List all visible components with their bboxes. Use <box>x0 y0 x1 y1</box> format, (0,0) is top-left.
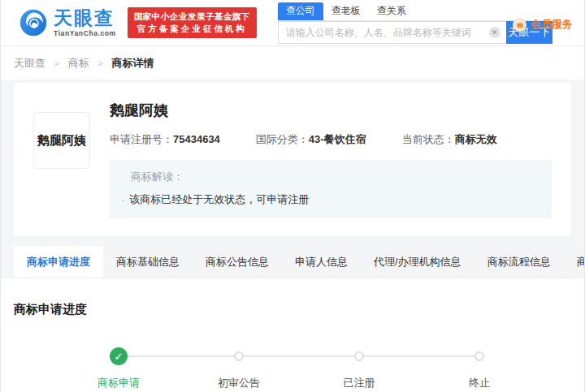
member-service-label: 会员服务 <box>531 17 573 32</box>
field-value: 43-餐饮住宿 <box>309 133 366 145</box>
interpretation-title: 商标解读： <box>121 170 540 184</box>
badge-line1: 国家中小企业发展子基金旗下 <box>134 11 250 23</box>
interpretation-text: 该商标已经处于无效状态，可申请注册 <box>129 193 309 205</box>
logo-domain: TianYanCha.com <box>54 30 116 37</box>
page-body: 鹅腿阿姨 鹅腿阿姨 申请注册号：75434634 国际分类：43-餐饮住宿 当前… <box>1 80 584 278</box>
breadcrumb-trademark[interactable]: 商标 <box>68 57 89 69</box>
field-current-status: 当前状态：商标无效 <box>402 132 497 147</box>
tab-basic-info[interactable]: 商标基础信息 <box>103 246 193 278</box>
timeline-step-preliminary-announcement: 初审公告 <box>179 347 299 392</box>
tab-agency-info[interactable]: 代理/办理机构信息 <box>361 246 474 278</box>
trademark-interpretation-box: 商标解读： ·该商标已经处于无效状态，可申请注册 <box>110 160 552 218</box>
search-tab-boss[interactable]: 查老板 <box>323 2 369 20</box>
search-area: 查公司 查老板 查关系 ✕ 天眼一下 <box>278 2 552 44</box>
pending-dot-icon <box>234 351 244 361</box>
step-label: 已注册 <box>344 376 375 390</box>
tianyancha-logo-icon <box>19 8 48 37</box>
timeline-step-registered: 已注册 <box>299 347 419 392</box>
application-progress-section: 商标申请进度 ✓ 商标申请 2023-11-27 初审公告 已注册 终止 124… <box>1 278 584 392</box>
field-label: 国际分类： <box>256 133 309 145</box>
clear-icon[interactable]: ✕ <box>489 27 500 38</box>
tab-announcement-info[interactable]: 商标公告信息 <box>193 246 282 278</box>
breadcrumb-separator: > <box>98 58 102 68</box>
badge-line2: 官方备案企业征信机构 <box>134 23 250 35</box>
tab-applicant-info[interactable]: 申请人信息 <box>282 246 361 278</box>
top-header: 天眼查 TianYanCha.com 国家中小企业发展子基金旗下 官方备案企业征… <box>1 0 584 46</box>
pending-dot-icon <box>354 351 364 361</box>
application-timeline: ✓ 商标申请 2023-11-27 初审公告 已注册 终止 <box>58 347 540 392</box>
pending-dot-icon <box>474 351 484 361</box>
tab-application-progress[interactable]: 商标申请进度 <box>14 246 103 278</box>
step-label: 初审公告 <box>218 376 260 390</box>
field-label: 申请注册号： <box>110 133 173 145</box>
search-tabs: 查公司 查老板 查关系 <box>278 2 552 21</box>
bullet-icon: · <box>121 193 124 205</box>
search-input[interactable] <box>278 21 506 44</box>
field-value: 75434634 <box>173 133 220 145</box>
search-tab-company[interactable]: 查公司 <box>278 2 323 20</box>
timeline-step-application: ✓ 商标申请 2023-11-27 <box>58 347 179 392</box>
progress-section-heading: 商标申请进度 <box>14 301 571 317</box>
field-registration-number: 申请注册号：75434634 <box>110 132 220 147</box>
timeline-step-terminated: 终止 <box>419 347 540 392</box>
crown-icon <box>513 18 526 32</box>
tianyancha-logo[interactable]: 天眼查 TianYanCha.com <box>19 8 116 37</box>
detail-tab-bar: 商标申请进度 商标基础信息 商标公告信息 申请人信息 代理/办理机构信息 商标流… <box>14 246 571 278</box>
trademark-fields: 申请注册号：75434634 国际分类：43-餐饮住宿 当前状态：商标无效 <box>110 132 552 147</box>
breadcrumb-home[interactable]: 天眼查 <box>14 57 46 69</box>
field-label: 当前状态： <box>402 133 455 145</box>
logo-name: 天眼查 <box>54 9 116 28</box>
breadcrumb-current: 商标详情 <box>111 57 154 69</box>
interpretation-item: ·该商标已经处于无效状态，可申请注册 <box>121 192 540 207</box>
tab-process-info[interactable]: 商标流程信息 <box>474 246 564 278</box>
check-icon: ✓ <box>110 347 128 365</box>
step-label: 终止 <box>469 376 490 390</box>
field-value: 商标无效 <box>455 133 497 145</box>
trademark-summary-card: 鹅腿阿姨 鹅腿阿姨 申请注册号：75434634 国际分类：43-餐饮住宿 当前… <box>14 83 571 236</box>
gov-certification-badge: 国家中小企业发展子基金旗下 官方备案企业征信机构 <box>128 7 257 38</box>
breadcrumb-separator: > <box>54 58 59 68</box>
trademark-image: 鹅腿阿姨 <box>33 112 90 169</box>
tab-goods-services[interactable]: 商品/服务项目 <box>564 246 585 278</box>
member-service-link[interactable]: 会员服务 <box>513 17 573 32</box>
field-international-class: 国际分类：43-餐饮住宿 <box>256 132 366 147</box>
search-tab-relation[interactable]: 查关系 <box>369 2 414 20</box>
trademark-title: 鹅腿阿姨 <box>110 101 552 120</box>
breadcrumb: 天眼查 > 商标 > 商标详情 <box>1 46 584 80</box>
step-label: 商标申请 <box>98 376 140 390</box>
